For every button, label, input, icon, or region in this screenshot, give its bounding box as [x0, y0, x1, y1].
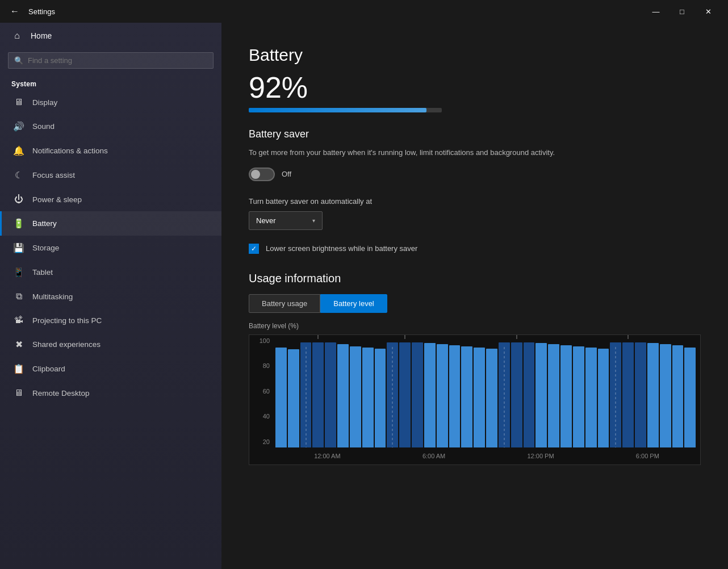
notifications-icon: 🔔: [13, 145, 24, 156]
maximize-button[interactable]: □: [669, 0, 695, 23]
chart-bar: [548, 344, 559, 447]
sidebar-item-notifications[interactable]: 🔔 Notifications & actions: [0, 139, 221, 163]
sidebar-item-battery[interactable]: 🔋 Battery: [0, 211, 221, 236]
sidebar-item-sound[interactable]: 🔊 Sound: [0, 114, 221, 139]
chevron-down-icon: ▾: [312, 217, 315, 224]
tablet-icon: 📱: [13, 267, 24, 278]
close-button[interactable]: ✕: [695, 0, 721, 23]
charge-pin: [318, 335, 319, 339]
clipboard-icon: 📋: [13, 363, 24, 374]
y-label-40: 40: [252, 413, 270, 420]
sidebar-item-multitasking[interactable]: ⧉ Multitasking: [0, 284, 221, 308]
search-input[interactable]: [28, 56, 207, 65]
battery-saver-toggle-row: Off: [249, 168, 701, 181]
toggle-state-label: Off: [282, 170, 291, 178]
battery-chart: 100 80 60 40 20 12:00 AM 6:00 AM 12:00 P…: [249, 334, 701, 465]
battery-bar-fill: [249, 108, 426, 112]
chart-y-axis-label: Battery level (%): [249, 322, 701, 330]
chart-bar: [672, 345, 684, 447]
charge-dashed-line: [504, 347, 504, 447]
chart-bar: [288, 349, 299, 447]
sound-icon: 🔊: [13, 121, 24, 132]
chart-bars-area: [273, 335, 700, 447]
sidebar-item-remote[interactable]: 🖥 Remote Desktop: [0, 381, 221, 405]
remote-icon: 🖥: [13, 388, 24, 398]
sidebar-search-container: 🔍: [8, 52, 214, 69]
chart-bar: [461, 346, 472, 447]
sidebar-item-display[interactable]: 🖥 Display: [0, 90, 221, 114]
chart-bar: [622, 342, 634, 447]
auto-label: Turn battery saver on automatically at: [249, 197, 701, 206]
usage-title: Usage information: [249, 272, 701, 285]
shared-icon: ✖: [13, 339, 24, 350]
chart-bar: [312, 342, 324, 447]
sidebar-item-storage[interactable]: 💾 Storage: [0, 236, 221, 260]
charge-dashed-line: [306, 347, 306, 447]
x-label-12am: 12:00 AM: [314, 453, 340, 459]
sidebar: ⌂ Home 🔍 System 🖥 Display 🔊 Sound 🔔 Noti…: [0, 23, 221, 569]
projecting-icon: 📽: [13, 315, 24, 325]
focus-icon: ☾: [13, 170, 24, 181]
battery-saver-dropdown[interactable]: Never ▾: [249, 211, 323, 230]
minimize-button[interactable]: —: [643, 0, 669, 23]
lower-brightness-checkbox[interactable]: ✓: [249, 244, 259, 254]
chart-bar: [499, 342, 510, 447]
chart-bar: [387, 342, 398, 447]
lower-brightness-row: ✓ Lower screen brightness while in batte…: [249, 244, 701, 254]
minimize-icon: —: [652, 7, 660, 16]
chart-bar: [635, 342, 646, 447]
maximize-icon: □: [680, 7, 684, 16]
chart-bar: [598, 349, 609, 447]
checkmark-icon: ✓: [251, 245, 257, 253]
back-button[interactable]: ←: [7, 3, 23, 19]
chart-bar: [647, 343, 659, 447]
chart-bar: [350, 346, 361, 447]
charge-pin: [516, 335, 517, 339]
x-label-12pm: 12:00 PM: [528, 453, 554, 459]
close-icon: ✕: [705, 7, 712, 16]
sidebar-item-tablet[interactable]: 📱 Tablet: [0, 260, 221, 284]
battery-saver-toggle[interactable]: [249, 168, 275, 181]
home-icon: ⌂: [11, 31, 23, 41]
display-icon: 🖥: [13, 97, 24, 107]
chart-bar: [424, 343, 436, 447]
chart-bar: [573, 346, 584, 447]
lower-brightness-label: Lower screen brightness while in battery…: [266, 244, 417, 253]
sidebar-item-projecting[interactable]: 📽 Projecting to this PC: [0, 308, 221, 332]
titlebar-title: Settings: [28, 7, 55, 16]
chart-bar: [511, 342, 522, 447]
charge-dashed-line: [392, 347, 393, 447]
sidebar-item-power[interactable]: ⏻ Power & sleep: [0, 187, 221, 211]
chart-bar: [535, 343, 547, 447]
chart-bar: [437, 344, 448, 447]
tab-battery-usage[interactable]: Battery usage: [249, 294, 320, 313]
battery-saver-description: To get more from your battery when it's …: [249, 147, 567, 158]
charge-dashed-line: [616, 347, 616, 447]
content-area: Battery 92% Battery saver To get more fr…: [221, 23, 728, 569]
chart-bar: [560, 345, 572, 447]
chart-bar: [486, 349, 497, 447]
y-label-100: 100: [252, 337, 270, 344]
toggle-knob: [251, 170, 260, 179]
sidebar-item-clipboard[interactable]: 📋 Clipboard: [0, 357, 221, 381]
chart-bar: [474, 348, 485, 447]
tab-row: Battery usage Battery level: [249, 294, 701, 313]
chart-bar: [325, 342, 336, 447]
tab-battery-level[interactable]: Battery level: [320, 294, 387, 313]
chart-bar: [660, 344, 671, 447]
sidebar-item-home[interactable]: ⌂ Home: [0, 23, 221, 49]
power-icon: ⏻: [13, 194, 24, 204]
dropdown-value: Never: [256, 216, 276, 225]
titlebar: ← Settings — □ ✕: [0, 0, 728, 23]
y-label-20: 20: [252, 438, 270, 445]
chart-bar: [337, 344, 349, 447]
chart-bar: [275, 348, 287, 447]
chart-bar: [610, 342, 621, 447]
battery-icon: 🔋: [13, 218, 24, 229]
sidebar-item-shared[interactable]: ✖ Shared experiences: [0, 332, 221, 357]
x-label-6pm: 6:00 PM: [636, 453, 659, 459]
chart-bar: [449, 345, 461, 447]
sidebar-section-label: System: [0, 76, 221, 90]
chart-bar: [585, 348, 597, 447]
sidebar-item-focus[interactable]: ☾ Focus assist: [0, 163, 221, 187]
